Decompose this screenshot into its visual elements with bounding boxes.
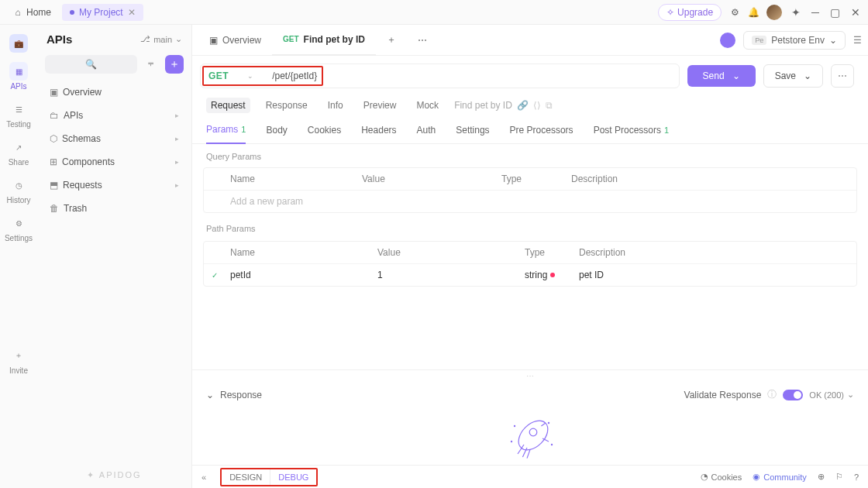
collapse-icon[interactable]: «	[202, 473, 206, 482]
upgrade-label: Upgrade	[677, 7, 713, 18]
minimize-icon[interactable]: ─	[810, 5, 821, 20]
rail-settings[interactable]: ⚙Settings	[3, 209, 34, 247]
svg-point-1	[529, 428, 537, 436]
close-icon[interactable]: ✕	[128, 7, 136, 18]
help-icon[interactable]: ?	[854, 473, 859, 482]
mode-debug[interactable]: DEBUG	[270, 469, 316, 485]
add-button[interactable]: ＋	[165, 55, 184, 74]
tree-requests[interactable]: ⬒Requests▸	[45, 176, 184, 194]
path-param-row[interactable]: ✓ petId 1 string pet ID	[204, 264, 856, 286]
method-select[interactable]: GET ⌄ /pet/{petId}	[202, 66, 323, 86]
query-params-table: Name Value Type Description Add a new pa…	[203, 167, 857, 213]
query-params-title: Query Params	[192, 144, 868, 164]
plus-circle-icon[interactable]: ⊕	[818, 472, 825, 482]
tab-overview[interactable]: ▣Overview	[198, 25, 272, 56]
settings-icon: ⚙	[9, 214, 28, 232]
home-label: Home	[26, 7, 51, 18]
save-button[interactable]: Save⌄	[763, 64, 823, 88]
mode-design[interactable]: DESIGN	[222, 469, 270, 485]
req-tab-body[interactable]: Body	[266, 124, 287, 143]
rail-invite[interactable]: ＋Invite	[3, 342, 34, 380]
sidebar-title: APIs	[46, 33, 72, 46]
more-button[interactable]: ⋯	[831, 64, 854, 88]
ellipsis-icon: ⋯	[418, 35, 427, 46]
chevron-down-icon: ⌄	[247, 72, 253, 80]
url-path: /pet/{petId}	[272, 70, 317, 81]
req-tab-auth[interactable]: Auth	[417, 124, 436, 143]
assistant-button[interactable]	[720, 33, 735, 48]
rail-project[interactable]: 💼	[3, 29, 34, 57]
response-status[interactable]: OK (200)⌄	[809, 390, 854, 400]
rail-testing[interactable]: ☰Testing	[3, 95, 34, 133]
req-tab-headers[interactable]: Headers	[361, 124, 396, 143]
chevron-right-icon: ▸	[175, 135, 179, 143]
breadcrumb: Find pet by ID 🔗 ⟨⟩ ⧉	[454, 100, 553, 111]
rail-apis[interactable]: ▦APIs	[3, 57, 34, 95]
tree-schemas[interactable]: ⬡Schemas▸	[45, 129, 184, 148]
project-dot-icon	[70, 10, 74, 15]
req-tab-settings[interactable]: Settings	[456, 124, 489, 143]
chevron-right-icon: ▸	[175, 181, 179, 189]
sec-tab-response[interactable]: Response	[261, 98, 312, 113]
svg-point-3	[548, 422, 549, 424]
menu-icon[interactable]: ☰	[853, 35, 862, 46]
tree-components[interactable]: ⊞Components▸	[45, 153, 184, 171]
home-tab[interactable]: ⌂ Home	[6, 4, 57, 21]
footer-cookies[interactable]: ◔Cookies	[701, 472, 742, 482]
tab-more[interactable]: ⋯	[407, 25, 438, 56]
send-button[interactable]: Send⌄	[687, 65, 756, 87]
maximize-icon[interactable]: ▢	[828, 5, 842, 20]
project-tab[interactable]: My Project ✕	[62, 4, 143, 21]
window-close-icon[interactable]: ✕	[849, 5, 862, 20]
gear-icon[interactable]: ⚙	[729, 7, 740, 18]
validate-toggle[interactable]	[783, 390, 803, 400]
sidebar: APIs ⎇ main ⌄ 🔍 ⫧ ＋ ▣Overview 🗀APIs▸ ⬡Sc…	[37, 25, 192, 488]
sec-tab-mock[interactable]: Mock	[412, 98, 443, 113]
env-select[interactable]: PePetstore Env⌄	[743, 31, 846, 50]
add-param-row[interactable]: Add a new param	[204, 191, 856, 212]
rail-share[interactable]: ↗Share	[3, 133, 34, 171]
footer-community[interactable]: ◉Community	[753, 472, 807, 482]
bell-icon[interactable]: 🔔	[748, 7, 759, 18]
mode-switch[interactable]: DESIGN DEBUG	[220, 468, 318, 486]
chevron-right-icon: ▸	[175, 112, 179, 119]
chevron-down-icon[interactable]: ⌄	[206, 390, 214, 400]
tree-overview[interactable]: ▣Overview	[45, 83, 184, 101]
req-tab-cookies[interactable]: Cookies	[308, 124, 341, 143]
home-icon: ⌂	[12, 7, 23, 18]
branch-select[interactable]: ⎇ main ⌄	[140, 34, 182, 44]
flag-icon[interactable]: ⚐	[835, 472, 843, 482]
resize-handle[interactable]: ⋯	[192, 369, 868, 382]
tab-add[interactable]: ＋	[376, 25, 407, 56]
overview-icon: ▣	[50, 87, 58, 98]
tree-trash[interactable]: 🗑Trash	[45, 199, 184, 218]
sec-tab-preview[interactable]: Preview	[359, 98, 401, 113]
copy-icon[interactable]: ⧉	[546, 100, 553, 111]
cookie-icon: ◔	[701, 472, 708, 482]
req-tab-pre[interactable]: Pre Processors	[510, 124, 574, 143]
link-icon[interactable]: 🔗	[517, 100, 529, 111]
branch-icon: ⎇	[140, 34, 150, 44]
tab-active[interactable]: GETFind pet by ID	[272, 25, 376, 56]
sec-tab-request[interactable]: Request	[206, 98, 250, 113]
pin-icon[interactable]: ✦	[790, 5, 802, 20]
req-tab-params[interactable]: Params1	[206, 124, 246, 144]
upgrade-button[interactable]: ✧ Upgrade	[658, 4, 722, 21]
info-icon[interactable]: ⓘ	[767, 388, 777, 401]
apidog-logo: ✦ APIDOG	[37, 459, 191, 488]
chevron-down-icon: ⌄	[829, 35, 837, 46]
url-bar[interactable]: GET ⌄ /pet/{petId}	[200, 64, 680, 88]
path-params-title: Path Params	[192, 216, 868, 236]
main: ▣Overview GETFind pet by ID ＋ ⋯ PePetsto…	[192, 25, 868, 488]
filter-button[interactable]: ⫧	[142, 55, 160, 74]
rail-history[interactable]: ◷History	[3, 171, 34, 209]
sec-tab-info[interactable]: Info	[323, 98, 348, 113]
search-input[interactable]: 🔍	[45, 55, 137, 74]
footer: « DESIGN DEBUG ◔Cookies ◉Community ⊕ ⚐ ?	[192, 465, 868, 488]
plus-icon: ＋	[387, 33, 396, 46]
req-tab-post[interactable]: Post Processors1	[594, 124, 670, 143]
avatar[interactable]	[766, 5, 782, 20]
code-icon[interactable]: ⟨⟩	[533, 100, 541, 111]
discord-icon: ◉	[753, 472, 760, 482]
tree-apis[interactable]: 🗀APIs▸	[45, 106, 184, 125]
